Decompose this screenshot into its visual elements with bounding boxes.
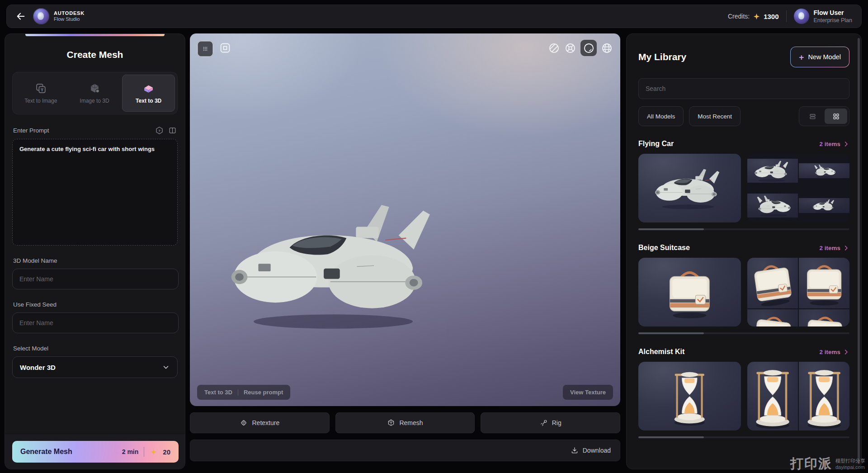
grid-view-button[interactable] xyxy=(825,109,847,124)
remesh-button[interactable]: Remesh xyxy=(335,412,475,433)
section-scrollbar[interactable] xyxy=(638,332,849,334)
model-view-cell[interactable] xyxy=(747,309,798,326)
section-scrollbar[interactable] xyxy=(638,228,849,230)
flow-studio-brand[interactable]: AUTODESK Flow Studio xyxy=(33,8,85,24)
prompt-breadcrumb-pill[interactable]: Text to 3D Reuse prompt xyxy=(197,385,290,400)
scrollbar-thumb[interactable] xyxy=(638,228,704,230)
download-bar: Download xyxy=(190,440,620,461)
generate-divider xyxy=(144,447,144,457)
create-mesh-panel: Create Mesh T Text to Image Image to 3D xyxy=(5,33,185,469)
scrollbar-thumb[interactable] xyxy=(638,332,704,334)
filter-most-recent[interactable]: Most Recent xyxy=(689,106,741,126)
tab-text-to-3d[interactable]: Text to 3D xyxy=(122,75,175,112)
library-title: My Library xyxy=(638,52,686,62)
model-view-cell[interactable] xyxy=(799,309,849,326)
text-to-image-icon: T xyxy=(35,82,47,95)
chevron-right-icon xyxy=(843,245,849,251)
remesh-icon xyxy=(387,419,395,427)
grid-view-icon[interactable] xyxy=(197,41,213,57)
model-name-input[interactable] xyxy=(12,269,179,289)
svg-text:?: ? xyxy=(158,129,160,133)
generate-cost: 20 xyxy=(163,448,170,456)
prompt-panel-icon[interactable] xyxy=(168,126,177,135)
fixed-seed-label: Use Fixed Seed xyxy=(13,301,57,308)
frame-view-icon[interactable] xyxy=(218,41,232,55)
model-select[interactable]: Wonder 3D xyxy=(12,356,178,378)
wireframe-globe-icon[interactable] xyxy=(601,42,613,54)
image-to-3d-icon xyxy=(89,82,101,95)
section-title: Flying Car xyxy=(638,140,674,148)
flow-studio-logo xyxy=(33,8,49,24)
retexture-button[interactable]: Retexture xyxy=(190,412,330,433)
model-thumbnail[interactable] xyxy=(638,258,741,326)
list-view-button[interactable] xyxy=(801,109,824,124)
flow-studio-app: AUTODESK Flow Studio Credits: 1300 Flow … xyxy=(0,0,868,473)
model-name-label: 3D Model Name xyxy=(13,257,57,264)
model-views-grid[interactable] xyxy=(747,154,850,222)
chevron-right-icon xyxy=(843,349,849,355)
credits-label: Credits: xyxy=(728,13,750,20)
model-view-cell[interactable] xyxy=(799,198,849,213)
model-view-cell[interactable] xyxy=(747,362,798,430)
flying-car-thumb xyxy=(650,165,730,211)
brand-name: AUTODESK xyxy=(54,10,85,16)
prompt-help-icon[interactable]: ? xyxy=(155,126,164,135)
user-menu[interactable]: Flow User Enterprise Plan xyxy=(794,9,854,24)
prompt-label: Enter Prompt xyxy=(13,127,49,134)
3d-viewport[interactable]: Text to 3D Reuse prompt View Texture xyxy=(190,33,620,406)
rig-button[interactable]: Rig xyxy=(481,412,620,433)
pill-divider xyxy=(238,389,238,396)
download-button[interactable]: Download xyxy=(564,440,617,461)
user-avatar xyxy=(794,9,809,24)
section-scrollbar[interactable] xyxy=(638,436,849,438)
section-items-link[interactable]: 2 items xyxy=(819,141,849,147)
shading-hatch-icon[interactable] xyxy=(548,42,560,54)
back-button[interactable] xyxy=(14,9,28,23)
tab-text-to-image[interactable]: T Text to Image xyxy=(15,75,67,112)
suitcase-thumb xyxy=(660,263,719,322)
shading-uv-icon[interactable] xyxy=(564,42,576,54)
retexture-icon xyxy=(240,419,248,427)
model-thumbnail[interactable] xyxy=(638,154,741,222)
user-plan: Enterprise Plan xyxy=(814,17,852,24)
model-views-grid[interactable] xyxy=(747,362,850,430)
library-vertical-scrollbar[interactable] xyxy=(858,38,860,464)
section-items-link[interactable]: 2 items xyxy=(819,349,849,355)
scrollbar-thumb[interactable] xyxy=(638,436,704,438)
mesh-actions: Retexture Remesh Rig xyxy=(190,412,620,433)
generate-mesh-button[interactable]: Generate Mesh 2 min 20 xyxy=(12,441,179,463)
reuse-prompt-button[interactable]: Reuse prompt xyxy=(244,389,283,396)
model-thumbnail[interactable] xyxy=(638,362,741,430)
library-search-input[interactable] xyxy=(638,78,849,99)
shading-smooth-icon[interactable] xyxy=(580,40,597,56)
panel-accent-bar xyxy=(25,34,165,36)
tab-image-to-3d[interactable]: Image to 3D xyxy=(69,75,121,112)
back-arrow-icon xyxy=(16,11,26,21)
new-model-button[interactable]: + New Model xyxy=(790,47,849,67)
flying-car-render xyxy=(215,193,461,335)
model-select-value: Wonder 3D xyxy=(20,364,56,371)
library-panel: My Library + New Model All Models Most R… xyxy=(626,33,862,469)
credits-display: Credits: 1300 xyxy=(728,13,779,20)
credits-star-icon xyxy=(753,13,760,20)
chevron-right-icon xyxy=(843,141,849,147)
model-views-grid[interactable] xyxy=(747,258,850,326)
plus-icon: + xyxy=(799,53,804,61)
section-title: Alchemist Kit xyxy=(638,348,684,356)
model-view-cell[interactable] xyxy=(747,194,798,218)
section-items-link[interactable]: 2 items xyxy=(819,245,849,251)
svg-text:T: T xyxy=(41,87,43,92)
prompt-input[interactable]: Generate a cute flying sci-fi car with s… xyxy=(12,139,178,246)
filter-all-models[interactable]: All Models xyxy=(638,106,684,126)
view-texture-button[interactable]: View Texture xyxy=(563,385,613,400)
list-icon xyxy=(808,112,817,121)
model-view-cell[interactable] xyxy=(799,362,849,430)
model-view-cell[interactable] xyxy=(799,258,849,308)
model-view-cell[interactable] xyxy=(747,258,798,308)
rig-icon xyxy=(540,419,548,427)
model-view-cell[interactable] xyxy=(799,163,849,179)
model-view-cell[interactable] xyxy=(747,159,798,183)
brand-product: Flow Studio xyxy=(54,16,85,22)
user-name: Flow User xyxy=(814,9,852,17)
fixed-seed-input[interactable] xyxy=(12,312,179,333)
